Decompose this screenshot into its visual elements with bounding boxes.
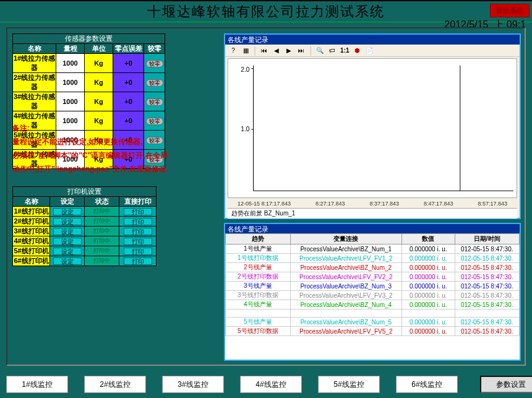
printer-name: 6#线打印机 (13, 256, 50, 266)
chart-body[interactable]: 2.0 1.0 (228, 58, 517, 198)
sensor-name: 2#线拉力传感器 (13, 73, 56, 92)
next-icon[interactable]: ▶ (285, 46, 293, 55)
sensor-range: 1000 (56, 92, 85, 111)
dg-var: ProcessValueArchive\LFV_FV1_2 (290, 254, 402, 263)
zero-button[interactable]: 较零 (146, 79, 163, 87)
settings-button[interactable]: 参数设置 (480, 376, 532, 393)
dg-dt: 012-05-15 8:47:30. (455, 318, 520, 327)
data-title: 各线产量记录 (225, 224, 520, 233)
table-row[interactable] (226, 309, 520, 318)
main-panel: 传感器参数设置 名称 量程 单位 零点误差 较零 1#线拉力传感器1000Kg+… (6, 27, 526, 366)
print-button[interactable]: 打印 (124, 218, 152, 225)
stop-icon[interactable]: ⬢ (353, 46, 361, 55)
nav-button[interactable]: 6#线监控 (396, 376, 458, 393)
note-l2: 量程设定不能进行设定,如果更换传感器, (12, 135, 217, 149)
printer-col-print: 直接打印 (119, 197, 157, 207)
nav-button[interactable]: 1#线监控 (6, 376, 68, 393)
table-row[interactable]: 2号线产量ProcessValueArchive\BZ_Num_20.00000… (226, 263, 520, 272)
dg-var: ProcessValueArchive\BZ_Num_5 (290, 318, 402, 327)
dg-var: ProcessValueArchive\LFV_FV3_2 (290, 291, 402, 300)
help-icon[interactable]: ? (229, 46, 238, 55)
table-row[interactable]: 5号线产量ProcessValueArchive\BZ_Num_50.00000… (226, 318, 520, 327)
dg-col-dt: 日期/时间 (455, 234, 520, 244)
printer-name: 4#线打印机 (13, 236, 50, 246)
dg-trend (226, 309, 291, 318)
nav-button[interactable]: 2#线监控 (84, 376, 146, 393)
dg-trend: 3号线打印数据 (226, 291, 291, 300)
nav-button[interactable]: 3#线监控 (162, 376, 224, 393)
table-row[interactable]: 4号线产量ProcessValueArchive\BZ_Num_40.00000… (226, 300, 520, 309)
table-row[interactable]: 3号线产量ProcessValueArchive\BZ_Num_30.00000… (226, 282, 520, 291)
dg-val: 0.000000 i. u. (402, 244, 455, 254)
print-button[interactable]: 打印 (124, 238, 152, 245)
exit-button[interactable]: 退出系统 (490, 4, 530, 17)
print-button[interactable]: 打印 (124, 248, 152, 255)
print-button[interactable]: 打印 (124, 228, 152, 235)
nav-button[interactable]: 4#线监控 (240, 376, 302, 393)
printer-name: 5#线打印机 (13, 246, 50, 256)
bottom-nav: 1#线监控2#线监控3#线监控4#线监控5#线监控6#线监控 参数设置 (6, 376, 526, 393)
dg-val: 0.000000 i. u. (402, 263, 455, 272)
sensor-range: 1000 (56, 73, 85, 92)
set-button[interactable]: 设定 (53, 218, 82, 225)
set-button[interactable]: 设定 (53, 208, 82, 215)
dg-val: 0.000000 i. u. (402, 291, 455, 300)
printer-status: 打印中 (85, 217, 119, 227)
sensor-range: 1000 (56, 54, 85, 73)
dg-dt: 012-05-15 8:47:30. (455, 291, 520, 300)
chart-svg: 2.0 1.0 (228, 59, 517, 197)
grid-icon[interactable]: ▦ (241, 46, 250, 55)
doc-icon[interactable]: 📄 (365, 46, 374, 55)
dg-dt: 012-05-15 8:47:30. (455, 327, 520, 336)
prev-icon[interactable]: ◀ (272, 46, 281, 55)
sensor-zero: 较零 (144, 73, 165, 92)
nav-button[interactable]: 5#线监控 (318, 376, 380, 393)
sensor-unit: Kg (85, 73, 113, 92)
table-row[interactable]: 5号线打印数据ProcessValueArchive\LFV_FV5_20.00… (226, 327, 520, 336)
sensor-offset: +0 (113, 73, 144, 92)
note-l4: 动作中,打开"liangcheng.pas"文件,在里面修改. (12, 162, 217, 176)
set-button[interactable]: 设定 (53, 238, 82, 245)
chart-title: 各线产量记录 (225, 35, 520, 45)
xtick: 8:37:17.843 (369, 201, 399, 207)
dg-var: ProcessValueArchive\LFV_FV5_2 (290, 327, 402, 336)
dg-val: 0.000000 i. u. (402, 327, 455, 336)
tag-icon[interactable]: 🏷 (328, 46, 337, 55)
dg-trend: 1号线产量 (226, 244, 291, 254)
printer-status: 打印中 (85, 246, 119, 256)
first-icon[interactable]: ⏮ (260, 46, 268, 55)
xtick: 8:27:17.843 (315, 201, 345, 207)
sensor-zero: 较零 (144, 54, 165, 73)
table-row[interactable]: 1号线打印数据ProcessValueArchive\LFV_FV1_20.00… (226, 254, 520, 263)
sensor-offset: +0 (113, 92, 144, 111)
print-button[interactable]: 打印 (124, 208, 152, 215)
zero-button[interactable]: 较零 (146, 98, 163, 106)
table-row[interactable]: 1号线产量ProcessValueArchive\BZ_Num_10.00000… (226, 244, 520, 254)
table-row[interactable]: 3号线打印数据ProcessValueArchive\LFV_FV3_20.00… (226, 291, 520, 300)
zoom-icon[interactable]: 🔍 (315, 46, 324, 55)
sensor-col-zero: 较零 (144, 44, 165, 54)
data-table: 趋势 变量连接 数值 日期/时间 1号线产量ProcessValueArchiv… (225, 233, 520, 336)
table-row[interactable]: 2号线打印数据ProcessValueArchive\LFV_FV2_20.00… (226, 272, 520, 282)
set-button[interactable]: 设定 (53, 248, 82, 255)
printer-col-stat: 状态 (85, 197, 119, 207)
dg-dt: 012-05-15 8:47:30. (455, 263, 520, 272)
set-button[interactable]: 设定 (53, 228, 82, 235)
dg-val: 0.000000 i. u. (402, 300, 455, 309)
sensor-name: 3#线拉力传感器 (13, 92, 56, 111)
chart-footer: 12-05-15 8:17:17.8438:27:17.8438:37:17.8… (225, 201, 520, 218)
print-button[interactable]: 打印 (124, 257, 152, 265)
dg-dt: 012-05-15 8:47:30. (455, 244, 520, 254)
set-button[interactable]: 设定 (53, 257, 82, 265)
printer-table: 打印机设置 名称 设定 状态 直接打印 1#线打印机设定打印中打印2#线打印机设… (12, 186, 157, 266)
dg-dt: 012-05-15 8:47:30. (455, 300, 520, 309)
printer-status: 打印中 (85, 236, 119, 246)
dg-var: ProcessValueArchive\BZ_Num_3 (290, 282, 402, 291)
xtick: 8:57:17.843 (478, 201, 507, 207)
printer-status: 打印中 (85, 207, 119, 217)
zero-button[interactable]: 较零 (146, 60, 163, 67)
sensor-offset: +0 (113, 54, 144, 73)
svg-text:2.0: 2.0 (241, 66, 249, 73)
app-title: 十堰达峰软轴有限公司拉力测试系统 (0, 2, 532, 21)
last-icon[interactable]: ⏭ (297, 46, 306, 55)
